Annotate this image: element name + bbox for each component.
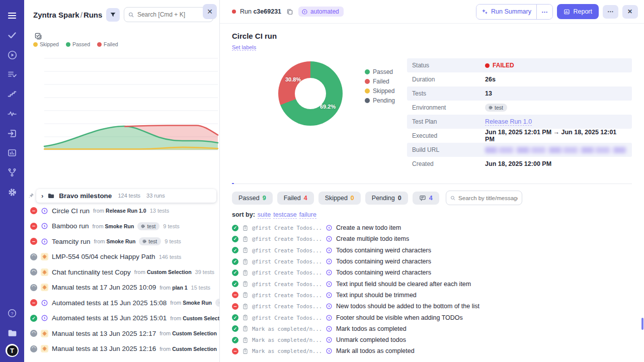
test-status-icon	[232, 303, 238, 310]
select-all-icon[interactable]	[34, 32, 42, 40]
automated-robot-icon	[301, 9, 308, 15]
more-actions-button[interactable]: ⋯	[603, 5, 618, 19]
manual-spark-icon	[41, 345, 48, 352]
test-search[interactable]	[446, 191, 522, 205]
build-url-redacted[interactable]	[485, 147, 627, 153]
test-filter-pill[interactable]: Skipped 0	[318, 192, 361, 205]
clipboard-icon	[242, 337, 249, 343]
run-list-item[interactable]: LMP-554 05/04 check Happy Path 146 tests	[28, 249, 219, 265]
test-row[interactable]: @first Create Todos... New todos should …	[232, 301, 632, 312]
run-status-icon	[30, 223, 37, 230]
sort-label: sort by:	[232, 211, 255, 218]
scrollbar-thumb[interactable]	[641, 318, 643, 330]
app-root: ? T ✕ Zyntra Spark/Runs	[0, 0, 644, 362]
test-row[interactable]: @first Create Todos... Text input should…	[232, 290, 632, 301]
ai-sparkle-icon	[481, 9, 488, 15]
test-filter-pill[interactable]: Passed 9	[232, 192, 273, 205]
test-filter-pill[interactable]: Pending 0	[365, 192, 408, 205]
projects-folder-icon[interactable]	[4, 324, 21, 341]
runs-panel: ✕ Zyntra Spark/Runs SkippedPassedFailed	[24, 0, 220, 362]
run-list-item[interactable]: Teamcity run from Smoke Run test 9 tests	[28, 234, 219, 249]
test-status-icon	[232, 314, 238, 321]
filter-button[interactable]	[106, 8, 120, 22]
run-list-item[interactable]: Manual tests at 13 Jun 2025 12:16 from C…	[28, 341, 219, 357]
gear-icon	[140, 224, 145, 229]
sort-option-link[interactable]: failure	[299, 211, 316, 219]
run-tests-count: 39 tests	[195, 269, 215, 275]
donut-legend-item: Skipped	[365, 87, 395, 95]
report-button[interactable]: Report	[557, 4, 599, 19]
breadcrumb-section: Runs	[84, 11, 103, 19]
gear-icon	[488, 105, 493, 110]
runs-search-input[interactable]	[137, 11, 209, 18]
run-detail-tab[interactable]	[232, 179, 234, 184]
test-filter-pill[interactable]: Failed 4	[277, 192, 314, 205]
run-list-item[interactable]: Automated tests at 15 Jun 2025 15:01 fro…	[28, 311, 219, 326]
test-row[interactable]: Mark as completed/n... Mark todos as com…	[232, 323, 632, 334]
branches-icon[interactable]	[4, 164, 21, 181]
runs-search[interactable]	[124, 7, 213, 22]
test-suite: Mark as completed/n...	[252, 337, 321, 343]
runs-list: › Bravo milestone 124 tests 33 runs Circ…	[24, 186, 219, 356]
test-row[interactable]: @first Create Todos... Create a new todo…	[232, 222, 632, 233]
runs-play-icon[interactable]	[4, 46, 21, 63]
run-status-icon	[30, 238, 37, 245]
test-row[interactable]: @first Create Todos... Todos containing …	[232, 267, 632, 278]
test-status-icon	[232, 281, 238, 287]
menu-icon[interactable]	[4, 7, 21, 24]
panel-close-button[interactable]: ✕	[203, 4, 217, 19]
donut-legend-item: Failed	[365, 78, 395, 85]
test-plan-link[interactable]: Release Run 1.0	[485, 118, 532, 126]
run-detail-topbar: Run c3e69231 automated Run Summary ⋯ Rep…	[220, 0, 644, 24]
run-tests-count: 15 tests	[191, 285, 211, 291]
search-icon	[450, 195, 456, 201]
tasks-check-icon[interactable]	[4, 27, 21, 44]
run-list-item[interactable]: Circle CI run from Release Run 1.0 13 te…	[28, 203, 219, 219]
test-row[interactable]: @first Create Todos... Create multiple t…	[232, 233, 632, 244]
run-list-item[interactable]: Manual tests at 13 Jun 2025 12:17 from C…	[28, 326, 219, 341]
set-labels-link[interactable]: Set labels	[232, 44, 256, 51]
copy-run-id-button[interactable]	[285, 7, 294, 16]
settings-gear-icon[interactable]	[4, 184, 21, 201]
chevron-right-icon[interactable]: ›	[41, 192, 43, 200]
test-row[interactable]: Mark as completed/n... Mark all todos as…	[232, 345, 632, 356]
automated-robot-icon	[41, 207, 48, 215]
help-icon[interactable]: ?	[4, 305, 21, 322]
info-row: Created Jun 18, 2025 12:00 PM	[407, 157, 632, 171]
test-filter-pill[interactable]: 4	[413, 192, 439, 205]
run-detail-tab[interactable]	[258, 179, 260, 184]
clipboard-icon	[242, 247, 249, 253]
close-run-button[interactable]: ✕	[622, 5, 638, 19]
pulse-icon[interactable]	[4, 105, 21, 122]
test-cases-icon[interactable]	[4, 66, 21, 83]
sign-in-icon[interactable]	[4, 125, 21, 142]
test-suite: @first Create Todos...	[252, 247, 321, 253]
manual-spark-icon	[41, 268, 48, 276]
steps-icon[interactable]	[4, 85, 21, 103]
run-summary-button[interactable]: Run Summary	[476, 5, 536, 19]
test-search-input[interactable]	[458, 195, 517, 201]
run-detail-tab[interactable]	[245, 179, 247, 184]
test-row[interactable]: Mark as completed/n... Unmark completed …	[232, 334, 632, 345]
report-chart-icon	[564, 9, 570, 15]
milestone-bravo[interactable]: › Bravo milestone 124 tests 33 runs	[36, 189, 216, 203]
run-list-item[interactable]: Manual tests at 17 Jun 2025 10:09 from p…	[28, 280, 219, 296]
sort-option-link[interactable]: testcase	[273, 211, 297, 219]
run-summary-more-button[interactable]: ⋯	[537, 5, 553, 19]
pin-icon[interactable]	[28, 193, 34, 199]
run-list-item[interactable]: Automated tests at 15 Jun 2025 15:08 fro…	[28, 295, 219, 311]
test-status-icon	[232, 247, 238, 253]
test-row[interactable]: @first Create Todos... Text input field …	[232, 278, 632, 289]
test-row[interactable]: @first Create Todos... Todos containing …	[232, 245, 632, 256]
test-title: Mark todos as completed	[336, 325, 407, 332]
test-row[interactable]: @first Create Todos... Footer should be …	[232, 312, 632, 323]
run-list-item[interactable]: Bamboo run from Smoke Run test 9 tests	[28, 219, 219, 234]
svg-text:?: ?	[11, 311, 13, 316]
test-row[interactable]: @first Create Todos... Todos containing …	[232, 256, 632, 267]
sort-option-link[interactable]: suite	[258, 211, 271, 219]
info-row: Status FAILED	[407, 58, 632, 72]
app-logo[interactable]: T	[6, 344, 19, 357]
analytics-icon[interactable]	[4, 144, 21, 161]
run-title: Circle CI run	[232, 32, 632, 40]
run-list-item[interactable]: Chat functinality test Copy from Custom …	[28, 264, 219, 280]
